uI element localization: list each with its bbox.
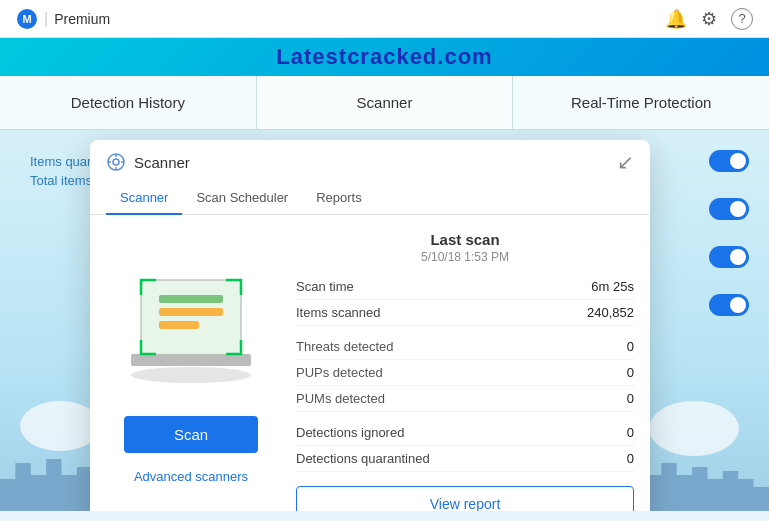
- watermark-bar: Latestcracked.com: [0, 38, 769, 76]
- detections-quarantined-value: 0: [627, 451, 634, 466]
- threats-detected-label: Threats detected: [296, 339, 394, 354]
- pups-detected-row: PUPs detected 0: [296, 360, 634, 386]
- items-scanned-row: Items scanned 240,852: [296, 300, 634, 326]
- svg-rect-12: [159, 321, 199, 329]
- main-nav: Detection History Scanner Real-Time Prot…: [0, 76, 769, 130]
- toggle-1[interactable]: [709, 150, 749, 172]
- svg-point-3: [113, 159, 119, 165]
- modal-tab-reports[interactable]: Reports: [302, 182, 376, 215]
- pums-detected-value: 0: [627, 391, 634, 406]
- header-actions: 🔔 ⚙ ?: [665, 8, 753, 30]
- modal-tab-scan-scheduler[interactable]: Scan Scheduler: [182, 182, 302, 215]
- modal-tabs: Scanner Scan Scheduler Reports: [90, 182, 650, 215]
- main-content: Items quaran... Total items i...: [0, 130, 769, 511]
- toggle-4[interactable]: [709, 294, 749, 316]
- gear-icon[interactable]: ⚙: [701, 8, 717, 30]
- modal-header: Scanner ↙: [90, 140, 650, 174]
- scanner-compass-icon: [106, 152, 126, 172]
- brand-area: M | Premium: [16, 8, 110, 30]
- advanced-scanners-link[interactable]: Advanced scanners: [134, 469, 248, 484]
- modal-collapse-icon[interactable]: ↙: [617, 150, 634, 174]
- scanner-modal: Scanner ↙ Scanner Scan Scheduler Reports: [90, 140, 650, 511]
- watermark-text: Latestcracked.com: [276, 44, 492, 69]
- laptop-scan-graphic: [111, 270, 271, 400]
- brand-separator: |: [44, 10, 48, 28]
- detections-ignored-row: Detections ignored 0: [296, 420, 634, 446]
- pups-detected-value: 0: [627, 365, 634, 380]
- modal-title-text: Scanner: [134, 154, 190, 171]
- scan-button[interactable]: Scan: [124, 416, 258, 453]
- detections-ignored-value: 0: [627, 425, 634, 440]
- svg-text:M: M: [22, 13, 31, 25]
- detections-quarantined-label: Detections quarantined: [296, 451, 430, 466]
- svg-rect-11: [159, 308, 223, 316]
- scan-info-panel: Last scan 5/10/18 1:53 PM Scan time 6m 2…: [296, 231, 634, 511]
- view-report-button[interactable]: View report: [296, 486, 634, 511]
- svg-rect-10: [159, 295, 223, 303]
- scan-time-row: Scan time 6m 25s: [296, 274, 634, 300]
- help-icon[interactable]: ?: [731, 8, 753, 30]
- scan-illustration: Scan Advanced scanners: [106, 231, 276, 511]
- last-scan-title: Last scan: [296, 231, 634, 248]
- logo-icon: M: [16, 8, 38, 30]
- svg-rect-9: [131, 354, 251, 366]
- toggle-2[interactable]: [709, 198, 749, 220]
- pums-detected-label: PUMs detected: [296, 391, 385, 406]
- threats-detected-value: 0: [627, 339, 634, 354]
- modal-title-area: Scanner: [106, 152, 190, 172]
- toggle-group: [709, 150, 749, 316]
- modal-body: Scan Advanced scanners Last scan 5/10/18…: [90, 215, 650, 511]
- items-scanned-value: 240,852: [587, 305, 634, 320]
- toggle-3[interactable]: [709, 246, 749, 268]
- last-scan-header: Last scan 5/10/18 1:53 PM: [296, 231, 634, 264]
- cloud-left: [20, 401, 100, 451]
- items-scanned-label: Items scanned: [296, 305, 381, 320]
- scan-time-label: Scan time: [296, 279, 354, 294]
- tab-real-time-protection[interactable]: Real-Time Protection: [513, 76, 769, 129]
- modal-tab-scanner[interactable]: Scanner: [106, 182, 182, 215]
- scan-time-value: 6m 25s: [591, 279, 634, 294]
- svg-rect-8: [141, 280, 241, 355]
- tab-detection-history[interactable]: Detection History: [0, 76, 257, 129]
- svg-point-13: [131, 367, 251, 383]
- brand-label: Premium: [54, 11, 110, 27]
- app-header: M | Premium 🔔 ⚙ ?: [0, 0, 769, 38]
- detections-quarantined-row: Detections quarantined 0: [296, 446, 634, 472]
- pups-detected-label: PUPs detected: [296, 365, 383, 380]
- pums-detected-row: PUMs detected 0: [296, 386, 634, 412]
- bell-icon[interactable]: 🔔: [665, 8, 687, 30]
- cloud-right: [649, 401, 739, 456]
- tab-scanner[interactable]: Scanner: [257, 76, 514, 129]
- last-scan-date: 5/10/18 1:53 PM: [296, 250, 634, 264]
- threats-detected-row: Threats detected 0: [296, 334, 634, 360]
- detections-ignored-label: Detections ignored: [296, 425, 404, 440]
